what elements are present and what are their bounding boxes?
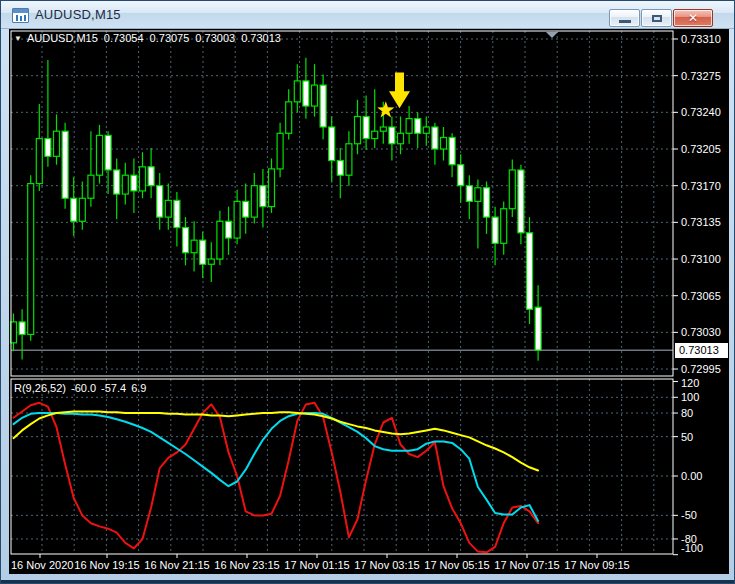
time-label: 16 Nov 2020 — [11, 559, 73, 571]
candle-body[interactable] — [174, 200, 180, 227]
candle-body[interactable] — [501, 209, 507, 244]
candle-body[interactable] — [62, 131, 68, 198]
candle-body[interactable] — [320, 85, 326, 127]
candle-body[interactable] — [484, 188, 490, 217]
indicator-info-line: R(9,26,52)-60.0-57.46.9 — [14, 382, 151, 394]
candle-body[interactable] — [372, 131, 378, 138]
candle-body[interactable] — [191, 240, 197, 253]
candle-body[interactable] — [45, 139, 51, 157]
candle-body[interactable] — [509, 170, 515, 209]
candle-body[interactable] — [432, 127, 438, 149]
indicator-scale-label: 80 — [681, 407, 693, 419]
candle-body[interactable] — [363, 117, 369, 139]
candle-body[interactable] — [389, 127, 395, 144]
quote-open: 0.73054 — [104, 32, 144, 44]
sell-arrow-annotation[interactable] — [389, 73, 410, 109]
quote-high: 0.73075 — [150, 32, 190, 44]
time-label: 16 Nov 21:15 — [137, 559, 217, 571]
time-label: 16 Nov 19:15 — [67, 559, 147, 571]
restore-button[interactable] — [641, 9, 672, 27]
chevron-down-icon: ▼ — [14, 34, 22, 43]
candle-body[interactable] — [28, 184, 34, 335]
candle-body[interactable] — [79, 198, 85, 221]
candle-body[interactable] — [458, 165, 464, 186]
candle-body[interactable] — [183, 228, 189, 253]
candle-body[interactable] — [269, 169, 275, 207]
candle-body[interactable] — [337, 161, 343, 176]
price-axis[interactable]: 0.733100.732750.732400.732050.731700.731… — [673, 29, 729, 555]
ohlc-info-line: ▼AUDUSD,M150.730540.730750.730030.73013 — [14, 32, 287, 44]
candle-body[interactable] — [466, 186, 472, 202]
candle-body[interactable] — [88, 175, 94, 198]
candle-body[interactable] — [165, 200, 171, 217]
candle-body[interactable] — [423, 127, 429, 133]
candle-body[interactable] — [492, 217, 498, 243]
candle-body[interactable] — [208, 259, 214, 264]
candle-body[interactable] — [312, 85, 318, 106]
candle-body[interactable] — [122, 175, 128, 194]
candle-body[interactable] — [217, 221, 223, 259]
chart-window-icon — [12, 8, 29, 23]
candle-body[interactable] — [475, 188, 481, 202]
candle-body[interactable] — [346, 144, 352, 175]
indicator-scale-label: 0.00 — [681, 470, 702, 482]
candle-body[interactable] — [54, 131, 60, 156]
candle-body[interactable] — [140, 167, 146, 191]
candle-body[interactable] — [148, 167, 154, 186]
candle-body[interactable] — [260, 186, 266, 207]
price-label: 0.73030 — [681, 326, 721, 338]
candle-body[interactable] — [441, 137, 447, 149]
chart-window: AUDUSD,M15 ✕ ▼AUDUSD,M150.730540.730750.… — [0, 0, 735, 584]
candle-body[interactable] — [286, 102, 292, 133]
chart-client-area[interactable]: ▼AUDUSD,M150.730540.730750.730030.73013 … — [9, 29, 729, 574]
star-annotation[interactable] — [377, 101, 394, 117]
chart-canvas[interactable] — [9, 29, 729, 574]
candle-body[interactable] — [277, 133, 283, 169]
candle-body[interactable] — [398, 133, 404, 143]
candle-body[interactable] — [131, 175, 137, 191]
candle-body[interactable] — [157, 186, 163, 217]
candle-body[interactable] — [114, 170, 120, 194]
candle-body[interactable] — [36, 139, 42, 184]
indicator-scale-label: 50 — [681, 431, 693, 443]
candle-body[interactable] — [105, 135, 111, 170]
candle-body[interactable] — [355, 117, 361, 144]
candle-body[interactable] — [535, 307, 541, 350]
candle-body[interactable] — [380, 127, 386, 131]
candle-body[interactable] — [406, 119, 412, 134]
candle-body[interactable] — [97, 135, 103, 175]
time-label: 17 Nov 07:15 — [487, 559, 567, 571]
candle-body[interactable] — [243, 201, 249, 217]
candle-body[interactable] — [226, 221, 232, 238]
candle-body[interactable] — [19, 322, 25, 335]
price-label: 0.72995 — [681, 363, 721, 375]
price-label: 0.73170 — [681, 180, 721, 192]
candle-body[interactable] — [294, 81, 300, 102]
close-button[interactable]: ✕ — [673, 9, 713, 27]
candle-body[interactable] — [200, 240, 206, 264]
window-titlebar[interactable]: AUDUSD,M15 ✕ — [1, 1, 734, 29]
time-label: 17 Nov 01:15 — [277, 559, 357, 571]
candle-body[interactable] — [303, 81, 309, 106]
time-axis[interactable]: 16 Nov 202016 Nov 19:1516 Nov 21:1516 No… — [9, 556, 729, 574]
candle-body[interactable] — [518, 170, 524, 233]
oscillator-line-yellow[interactable] — [14, 412, 539, 471]
candle-body[interactable] — [71, 198, 77, 221]
price-label: 0.73065 — [681, 290, 721, 302]
candle-body[interactable] — [527, 233, 533, 309]
indicator-scale-label: -50 — [681, 509, 697, 521]
time-label: 16 Nov 23:15 — [207, 559, 287, 571]
candle-body[interactable] — [251, 186, 257, 217]
price-label: 0.73100 — [681, 253, 721, 265]
candle-body[interactable] — [329, 127, 335, 161]
candle-body[interactable] — [415, 119, 421, 134]
candle-body[interactable] — [234, 201, 240, 238]
icon-candle — [24, 15, 26, 21]
indicator-value-yellow: 6.9 — [131, 382, 146, 394]
indicator-scale-label: -100 — [681, 542, 703, 554]
candle-body[interactable] — [449, 137, 455, 164]
indicator-value-red: -60.0 — [71, 382, 96, 394]
price-label: 0.73240 — [681, 106, 721, 118]
minimize-icon — [619, 20, 631, 23]
minimize-button[interactable] — [609, 9, 640, 27]
